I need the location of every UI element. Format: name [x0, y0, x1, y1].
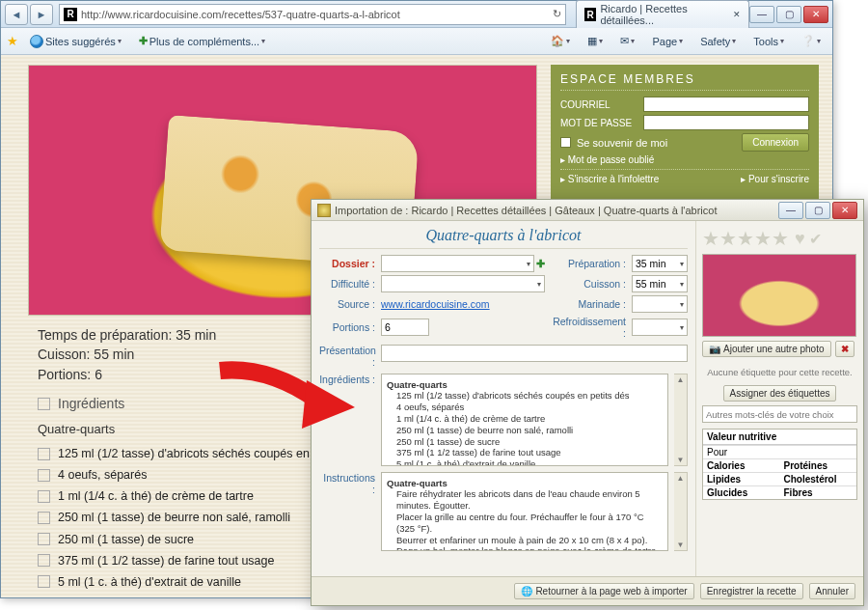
- cook-label: Cuisson :: [551, 278, 626, 290]
- rating-stars[interactable]: ★ ★ ★ ★ ★ ♥ ✔: [702, 227, 857, 250]
- source-label: Source :: [319, 298, 375, 310]
- complements-menu[interactable]: ✚ Plus de compléments... ▾: [133, 33, 271, 49]
- ingredient-text: 4 oeufs, séparés: [58, 466, 147, 484]
- instructions-textarea[interactable]: Quatre-quartsFaire réhydrater les abrico…: [381, 472, 668, 551]
- star-icon[interactable]: ★: [702, 227, 719, 250]
- signup-link[interactable]: ▸ Pour s'inscrire: [741, 174, 809, 184]
- star-icon[interactable]: ★: [719, 227, 737, 250]
- minimize-button[interactable]: —: [749, 6, 774, 23]
- password-label: MOT DE PASSE: [560, 118, 637, 128]
- remember-checkbox[interactable]: [560, 137, 571, 148]
- checkbox-icon[interactable]: [38, 575, 50, 588]
- ingredient-text: 5 ml (1 c. à thé) d'extrait de vanille: [58, 573, 241, 591]
- save-recipe-button[interactable]: Enregistrer la recette: [700, 583, 803, 599]
- prep-label: Préparation :: [551, 258, 626, 269]
- recipe-title: Quatre-quarts à l'abricot: [319, 227, 688, 249]
- complements-label: Plus de compléments...: [149, 36, 259, 47]
- window-controls: — ▢ ✕: [749, 6, 828, 23]
- cancel-button[interactable]: Annuler: [809, 583, 855, 599]
- tab-title: Ricardo | Recettes détaillées...: [600, 3, 727, 26]
- marinade-select[interactable]: ▾: [632, 295, 688, 313]
- dialog-side-panel: ★ ★ ★ ★ ★ ♥ ✔ 📷 Ajouter une autre photo …: [695, 221, 863, 576]
- difficulty-label: Difficulté :: [319, 278, 375, 290]
- difficulty-select[interactable]: ▾: [381, 275, 545, 292]
- check-icon[interactable]: ✔: [809, 230, 822, 248]
- nav-back-button[interactable]: ◄: [5, 4, 28, 25]
- favorites-star-icon[interactable]: ★: [7, 34, 18, 48]
- checkbox-icon[interactable]: [38, 490, 50, 503]
- marinade-label: Marinade :: [551, 298, 626, 310]
- close-button[interactable]: ✕: [803, 6, 828, 23]
- dialog-minimize-button[interactable]: —: [778, 202, 803, 219]
- import-dialog: Importation de : Ricardo | Recettes déta…: [311, 199, 864, 606]
- back-to-page-button[interactable]: 🌐 Retourner à la page web à importer: [514, 583, 693, 599]
- prep-select[interactable]: 35 min▾: [632, 255, 688, 272]
- feeds-button[interactable]: ▦▾: [582, 33, 609, 49]
- checkbox-icon[interactable]: [38, 554, 50, 567]
- sites-suggested-menu[interactable]: Sites suggérés ▾: [24, 33, 127, 50]
- instructions-label: Instructions :: [319, 472, 375, 551]
- add-photo-button[interactable]: 📷 Ajouter une autre photo: [702, 341, 831, 357]
- star-icon[interactable]: ★: [772, 227, 789, 250]
- checkbox-icon[interactable]: [38, 533, 50, 545]
- checkbox-icon[interactable]: [38, 469, 50, 482]
- member-heading: ESPACE MEMBRES: [560, 72, 809, 91]
- portions-field[interactable]: 6: [381, 319, 429, 336]
- scrollbar[interactable]: ▲▼: [674, 374, 688, 466]
- safety-menu[interactable]: Safety▾: [694, 34, 742, 49]
- tools-menu-label: Tools: [753, 36, 778, 47]
- forgot-password-link[interactable]: ▸ Mot de passe oublié: [560, 154, 654, 165]
- plus-icon: ✚: [139, 35, 148, 47]
- assign-tags-button[interactable]: Assigner des étiquettes: [723, 385, 837, 402]
- address-bar[interactable]: R http://www.ricardocuisine.com/recettes…: [59, 4, 566, 25]
- tab-favicon-icon: R: [584, 8, 596, 21]
- newsletter-link[interactable]: ▸ S'inscrire à l'infolettre: [560, 174, 659, 184]
- remember-label: Se souvenir de moi: [577, 137, 667, 149]
- dialog-maximize-button[interactable]: ▢: [805, 202, 830, 219]
- url-text: http://www.ricardocuisine.com/recettes/5…: [81, 9, 400, 20]
- maximize-button[interactable]: ▢: [776, 6, 801, 23]
- ingredients-heading: Ingrédients: [58, 394, 124, 413]
- home-button[interactable]: 🏠▾: [545, 33, 576, 49]
- cooling-select[interactable]: ▾: [632, 319, 688, 336]
- star-icon[interactable]: ★: [737, 227, 754, 250]
- dialog-title-text: Importation de : Ricardo | Recettes déta…: [335, 205, 717, 216]
- app-icon: [317, 204, 331, 217]
- cook-select[interactable]: 55 min▾: [632, 275, 688, 292]
- recipe-thumbnail: [702, 254, 856, 337]
- remove-photo-button[interactable]: ✖: [835, 341, 854, 357]
- chevron-down-icon: ▾: [118, 37, 122, 45]
- checkbox-icon[interactable]: [38, 512, 50, 524]
- tools-menu[interactable]: Tools▾: [747, 34, 790, 49]
- dialog-main-panel: Quatre-quarts à l'abricot Dossier : ▾ ✚ …: [312, 221, 695, 576]
- add-folder-icon[interactable]: ✚: [536, 258, 545, 269]
- nutrition-panel: Valeur nutritive Pour CaloriesProtéinesL…: [702, 429, 857, 500]
- browser-titlebar: ◄ ► R http://www.ricardocuisine.com/rece…: [1, 1, 832, 28]
- presentation-field[interactable]: [381, 345, 688, 362]
- ie-icon: [30, 35, 43, 48]
- scrollbar[interactable]: ▲▼: [674, 472, 688, 551]
- email-field[interactable]: [643, 97, 809, 112]
- mail-button[interactable]: ✉▾: [614, 33, 640, 49]
- portions-label: Portions :: [319, 321, 375, 333]
- page-menu[interactable]: Page▾: [646, 34, 689, 49]
- dialog-titlebar[interactable]: Importation de : Ricardo | Recettes déta…: [312, 200, 863, 221]
- tab-close-icon[interactable]: ✕: [733, 10, 741, 19]
- annotation-arrow-icon: [210, 361, 355, 438]
- checkbox-icon[interactable]: [38, 398, 50, 410]
- folder-select[interactable]: ▾: [381, 255, 534, 272]
- nav-forward-button[interactable]: ►: [30, 4, 53, 25]
- refresh-icon[interactable]: ↻: [553, 8, 561, 20]
- source-link[interactable]: www.ricardocuisine.com: [381, 298, 490, 310]
- checkbox-icon[interactable]: [38, 448, 50, 460]
- sites-suggested-label: Sites suggérés: [45, 36, 116, 47]
- password-field[interactable]: [643, 115, 809, 130]
- keywords-field[interactable]: [702, 405, 857, 423]
- dialog-close-button[interactable]: ✕: [832, 202, 857, 219]
- login-button[interactable]: Connexion: [742, 133, 809, 152]
- help-button[interactable]: ❔▾: [796, 33, 827, 49]
- star-icon[interactable]: ★: [754, 227, 772, 250]
- browser-tab[interactable]: R Ricardo | Recettes détaillées... ✕: [576, 0, 749, 28]
- ingredients-textarea[interactable]: Quatre-quarts125 ml (1/2 tasse) d'abrico…: [381, 374, 668, 466]
- favorite-heart-icon[interactable]: ♥: [795, 229, 805, 249]
